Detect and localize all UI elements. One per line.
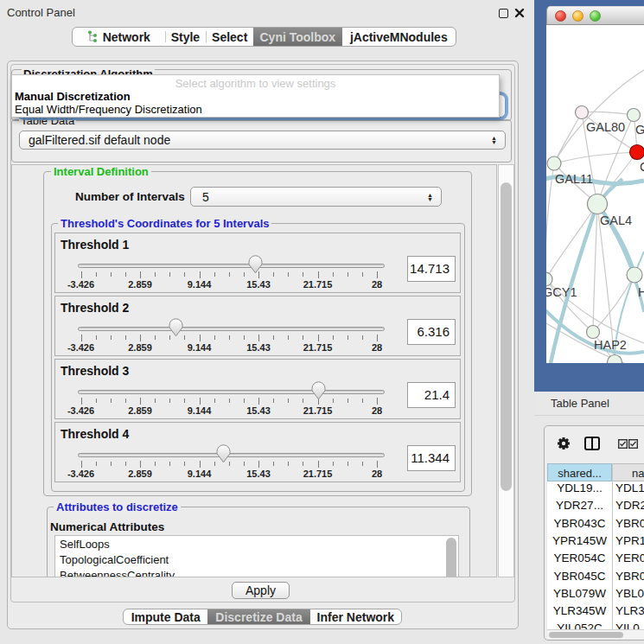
numerical-attributes-label: Numerical Attributes [50, 520, 164, 533]
vertical-scrollbar[interactable] [498, 164, 514, 577]
slider-thumb[interactable] [216, 444, 231, 463]
column-header-shared-name[interactable]: shared... [547, 463, 612, 481]
network-node[interactable] [587, 326, 600, 339]
slider-thumb[interactable] [248, 255, 263, 274]
attributes-list[interactable]: SelfLoopsTopologicalCoefficientBetweenne… [54, 535, 459, 577]
vertical-scrollbar-thumb[interactable] [501, 182, 512, 491]
tick-mark [273, 335, 274, 340]
tick-mark [333, 399, 334, 403]
tab-impute-data[interactable]: Impute Data [124, 609, 207, 624]
table-cell-name[interactable]: YBR0 [615, 570, 644, 583]
tick-mark [169, 462, 170, 466]
list-item[interactable]: BetweennessCentrality [55, 569, 458, 577]
slider-thumb[interactable] [169, 318, 183, 337]
table-cell-shared-name[interactable]: YBR045C [547, 570, 612, 583]
column-separator [612, 463, 613, 629]
network-node[interactable] [547, 156, 561, 170]
num-intervals-combo[interactable]: 5▲▼ [190, 187, 442, 207]
table-cell-shared-name[interactable]: YBR043C [547, 517, 612, 530]
zoom-traffic-light[interactable] [590, 10, 601, 22]
tick-mark [348, 462, 348, 466]
table-cell-name[interactable]: YBR0 [615, 517, 644, 530]
network-node[interactable] [630, 145, 644, 160]
tab-network[interactable]: Network [73, 28, 165, 46]
tick-mark [362, 335, 363, 340]
checkbox-icon-1[interactable] [618, 439, 628, 449]
close-icon[interactable] [513, 7, 526, 19]
node-label: C [640, 160, 644, 174]
float-window-icon[interactable] [499, 9, 508, 18]
tick-mark [244, 272, 245, 277]
threshold-value-field[interactable]: 14.713 [407, 256, 456, 282]
table-hscrollbar-thumb[interactable] [549, 632, 623, 638]
algorithm-option-equal-width[interactable]: Equal Width/Frequency Discretization [15, 103, 202, 116]
network-node[interactable] [588, 194, 608, 214]
network-node[interactable] [546, 272, 552, 286]
tick-mark [81, 271, 82, 278]
algorithm-dropdown-popup: Select algorithm to view settings Manual… [11, 74, 500, 118]
tick-mark [303, 399, 303, 403]
threshold-panel: Threshold 1-3.4262.8599.14415.4321.71528… [54, 233, 461, 293]
network-node[interactable] [608, 355, 622, 364]
table-data-combo[interactable]: galFiltered.sif default node ▲▼ [19, 131, 506, 150]
tick-mark [96, 462, 97, 466]
tab-select[interactable]: Select [206, 28, 253, 46]
list-item[interactable]: SelfLoops [55, 538, 458, 552]
network-canvas[interactable]: GAL80GACGAL11GAL4HGCY1HAP2 [546, 25, 644, 363]
minimize-traffic-light[interactable] [572, 10, 583, 22]
tick-mark [288, 399, 289, 403]
table-cell-shared-name[interactable]: YBL079W [547, 587, 612, 600]
tick-mark [362, 272, 363, 277]
table-cell-name[interactable]: YBL0 [615, 587, 644, 600]
tab-jactivemnodules[interactable]: jActiveMNodules [342, 28, 456, 46]
algorithm-option-manual[interactable]: Manual Discretization [15, 90, 131, 103]
network-node[interactable] [627, 267, 642, 283]
threshold-value-field[interactable]: 11.344 [407, 445, 456, 471]
tab-style[interactable]: Style [165, 28, 207, 46]
table-cell-shared-name[interactable]: YDL19... [547, 481, 612, 494]
table-cell-name[interactable]: YDR2 [615, 499, 644, 512]
tick-label: 15.43 [233, 469, 284, 479]
tick-mark [377, 461, 378, 468]
threshold-value-field[interactable]: 6.316 [407, 319, 456, 345]
table-cell-name[interactable]: YLR3 [615, 604, 644, 617]
threshold-value-field[interactable]: 21.4 [407, 382, 456, 408]
checkbox-icon-2[interactable] [628, 439, 638, 449]
split-columns-icon[interactable] [584, 437, 600, 450]
threshold-slider-track[interactable] [78, 390, 385, 394]
close-traffic-light[interactable] [555, 10, 566, 22]
tab-label: Cyni Toolbox [260, 30, 336, 44]
table-cell-name[interactable]: YER0 [615, 552, 644, 564]
network-window-titlebar[interactable] [546, 6, 644, 25]
slider-thumb[interactable] [311, 381, 326, 400]
network-node[interactable] [576, 106, 589, 119]
gear-icon[interactable] [556, 436, 571, 451]
tick-label: 9.144 [174, 405, 226, 416]
threshold-slider-track[interactable] [78, 264, 385, 268]
tick-mark [125, 335, 126, 340]
tab-cyni-toolbox[interactable]: Cyni Toolbox [253, 28, 342, 46]
column-header-name[interactable]: na [613, 463, 644, 481]
table-horizontal-scrollbar[interactable] [547, 629, 644, 639]
tick-mark [244, 399, 245, 403]
table-cell-shared-name[interactable]: YER054C [547, 552, 612, 564]
thresholds-group-label: Threshold's Coordinates for 5 Intervals [58, 217, 271, 230]
tick-mark [377, 271, 378, 278]
table-cell-name[interactable]: YDL1 [615, 481, 644, 494]
list-scrollbar[interactable] [446, 538, 456, 577]
node-label: HAP2 [594, 338, 627, 352]
network-node[interactable] [628, 109, 641, 122]
num-intervals-label: Number of Intervals [75, 190, 185, 203]
tab-discretize-data[interactable]: Discretize Data [207, 609, 309, 624]
table-cell-name[interactable]: YPR1 [615, 534, 644, 547]
tick-mark [348, 399, 348, 403]
tick-mark [184, 272, 185, 277]
list-item[interactable]: TopologicalCoefficient [55, 553, 458, 567]
table-cell-shared-name[interactable]: YDR27... [547, 499, 612, 512]
table-cell-shared-name[interactable]: YPR145W [547, 534, 612, 547]
threshold-slider-track[interactable] [78, 327, 385, 331]
threshold-slider-track[interactable] [78, 453, 385, 457]
table-cell-shared-name[interactable]: YLR345W [547, 604, 612, 617]
tab-infer-network[interactable]: Infer Network [310, 609, 401, 624]
apply-button[interactable]: Apply [232, 582, 290, 599]
